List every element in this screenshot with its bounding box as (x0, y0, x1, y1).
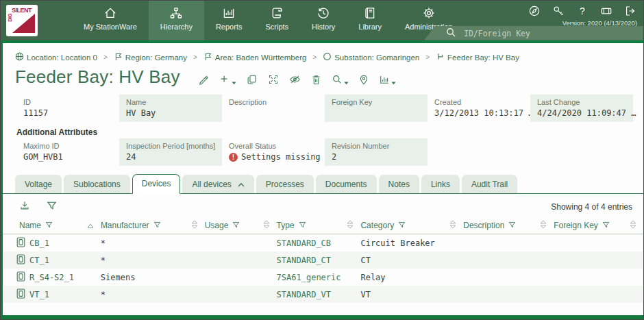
field-revision-number: Revision Number 2 (325, 138, 428, 166)
cell-category: CT (360, 256, 463, 265)
download-icon[interactable] (19, 200, 30, 214)
field-last-change: Last Change 4/24/2020 11:09:47 … (530, 95, 633, 122)
tab-processes[interactable]: Processes (256, 175, 314, 193)
column-header-category[interactable]: Category (360, 217, 463, 234)
hide-icon[interactable] (289, 74, 301, 85)
table-row[interactable]: CB_1 * STANDARD_CB Circuit Breaker (3, 234, 643, 251)
svg-text:?: ? (580, 5, 585, 16)
compass-icon[interactable] (528, 5, 541, 20)
sort-icon[interactable] (449, 219, 456, 232)
nav-item-my-stationware[interactable]: My StationWare (72, 1, 149, 40)
cell-name: VT_1 (29, 290, 49, 299)
field-foreign-key[interactable]: Foreign Key (325, 95, 428, 122)
field-value: 2 (332, 152, 421, 162)
tab-documents[interactable]: Documents (316, 175, 377, 193)
breadcrumb-item-area[interactable]: Area: Baden Württemberg (203, 52, 307, 62)
column-header-usage[interactable]: Usage (205, 217, 277, 234)
app-window: SILENT DIG My StationWare Hierarchy Repo… (0, 0, 644, 320)
help-icon[interactable]: ? (576, 5, 589, 20)
edit-icon[interactable] (198, 74, 209, 85)
filter-icon[interactable] (47, 201, 57, 214)
search-input[interactable] (464, 29, 628, 38)
field-id: ID 11157 (16, 95, 119, 122)
cell-manufacturer: * (101, 256, 205, 265)
field-inspection-period[interactable]: Inspection Period [months] 24 (119, 138, 222, 166)
column-label: Name (19, 221, 41, 230)
breadcrumb-item-region[interactable]: Region: Germany (114, 52, 187, 62)
tab-devices[interactable]: Devices (132, 174, 181, 194)
nav-item-hierarchy[interactable]: Hierarchy (149, 1, 204, 40)
tab-voltage[interactable]: Voltage (15, 175, 62, 193)
column-filter-icon[interactable] (602, 221, 610, 229)
library-icon (363, 6, 377, 20)
table-row[interactable]: VT_1 * STANDARD_VT VT (3, 286, 643, 303)
column-filter-icon[interactable] (299, 221, 306, 229)
hierarchy-icon (169, 6, 183, 20)
sort-icon[interactable] (263, 219, 270, 232)
add-icon[interactable] (219, 74, 236, 85)
tab-notes[interactable]: Notes (379, 175, 419, 193)
support-icon[interactable] (600, 5, 612, 20)
move-icon[interactable] (268, 74, 279, 85)
copy-icon[interactable] (247, 74, 258, 85)
table-row[interactable]: CT_1 * STANDARD_CT CT (3, 251, 643, 269)
nav-label: Hierarchy (160, 23, 193, 31)
breadcrumb-separator: > (424, 53, 431, 61)
tab-sublocations[interactable]: Sublocations (64, 175, 130, 193)
feeder-bay-icon (436, 52, 445, 62)
sort-icon[interactable] (191, 219, 198, 232)
tab-links[interactable]: Links (421, 175, 460, 193)
additional-attributes-heading: Additional Attributes (3, 122, 643, 137)
column-label: Type (277, 221, 295, 230)
column-filter-icon[interactable] (398, 221, 406, 229)
chevron-up-icon (238, 180, 245, 189)
nav-label: My StationWare (84, 23, 137, 31)
cell-name: R_S4-S2_1 (29, 273, 74, 282)
nav-item-library[interactable]: Library (347, 1, 393, 40)
nav-label: History (312, 23, 335, 31)
location-pin-icon[interactable] (359, 74, 369, 85)
column-label: Manufacturer (101, 221, 149, 230)
cell-category: Circuit Breaker (360, 238, 463, 248)
administration-icon (422, 6, 436, 20)
field-value: 24 (126, 152, 215, 162)
breadcrumb-item-feeder-bay[interactable]: Feeder Bay: HV Bay (436, 52, 519, 62)
column-header-type[interactable]: Type (277, 217, 361, 234)
column-filter-icon[interactable] (153, 221, 161, 229)
table-row[interactable]: R_S4-S2_1 Siemens 7SA61_generic Relay (3, 269, 643, 286)
nav-item-scripts[interactable]: Scripts (253, 1, 300, 40)
tab-audit-trail[interactable]: Audit Trail (462, 175, 517, 193)
utility-icon-bar: ? (528, 5, 636, 20)
breadcrumb-item-substation[interactable]: Substation: Gomaringen (323, 52, 419, 62)
column-header-name[interactable]: Name (19, 217, 101, 234)
key-icon[interactable] (552, 5, 565, 20)
field-label: Created (434, 98, 523, 106)
diagram-icon[interactable] (379, 74, 396, 85)
sort-asc-icon[interactable] (87, 219, 94, 232)
column-header-description[interactable]: Description (463, 217, 554, 234)
breadcrumb-label: Feeder Bay: HV Bay (447, 53, 519, 62)
column-header-foreign-key[interactable]: Foreign Key (554, 217, 643, 234)
logout-icon[interactable] (624, 5, 636, 20)
digsilent-logo[interactable]: SILENT DIG (6, 5, 38, 36)
column-filter-icon[interactable] (45, 221, 53, 229)
field-value: GOM_HVB1 (23, 152, 112, 162)
column-header-manufacturer[interactable]: Manufacturer (101, 217, 205, 234)
delete-icon[interactable] (311, 74, 321, 85)
sort-icon[interactable] (540, 219, 547, 232)
field-maximo-id: Maximo ID GOM_HVB1 (16, 138, 119, 166)
device-icon (16, 288, 25, 301)
field-label: Revision Number (332, 142, 421, 150)
field-name[interactable]: Name HV Bay (119, 95, 222, 122)
nav-item-reports[interactable]: Reports (204, 1, 254, 40)
nav-label: Scripts (265, 23, 288, 31)
column-filter-icon[interactable] (508, 221, 516, 229)
search-icon[interactable] (332, 74, 349, 85)
nav-item-history[interactable]: History (300, 1, 347, 40)
column-filter-icon[interactable] (232, 221, 240, 229)
cell-manufacturer: * (101, 290, 205, 299)
tab-all-devices[interactable]: All devices (182, 175, 253, 193)
sort-icon[interactable] (347, 219, 354, 232)
sort-icon[interactable] (630, 219, 636, 232)
breadcrumb-item-location[interactable]: Location: Location 0 (15, 52, 97, 62)
